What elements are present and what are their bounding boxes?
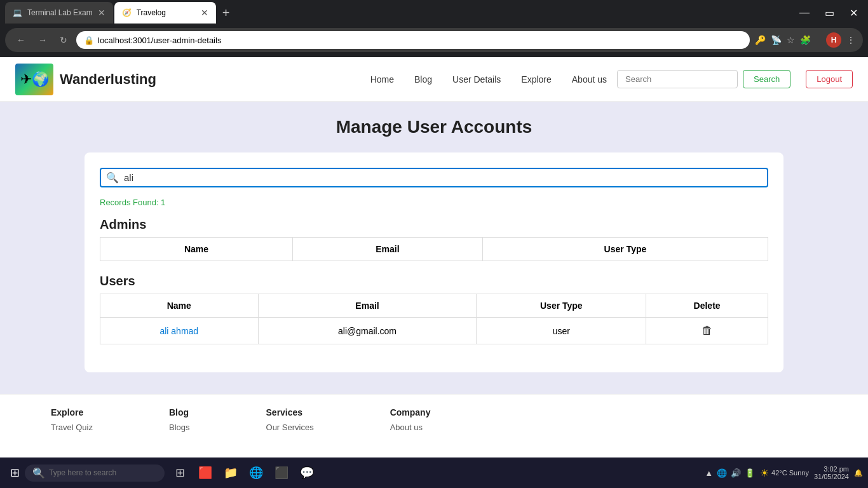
cast-icon: 📡 (771, 35, 782, 45)
footer-company-title: Company (390, 407, 431, 417)
password-icon: 🔑 (755, 35, 766, 45)
admins-col-name: Name (100, 238, 293, 261)
weather-info: ☀ 42°C Sunny (760, 467, 809, 479)
user-name-cell: ali ahmad (100, 318, 259, 344)
taskbar-search-icon: 🔍 (32, 467, 45, 479)
nav-links: Home Blog User Details Explore About us (370, 74, 607, 85)
chevron-up-icon[interactable]: ▲ (705, 468, 713, 478)
nav-home[interactable]: Home (370, 74, 394, 85)
logo-image: ✈🌍 (15, 64, 53, 95)
delete-user-button[interactable]: 🗑 (702, 324, 713, 337)
footer-blog-item-0: Blogs (169, 423, 190, 432)
admins-table: Name Email User Type (100, 237, 768, 261)
footer-services-title: Services (266, 407, 314, 417)
new-tab-button[interactable]: + (217, 3, 235, 23)
user-type-cell: user (477, 318, 646, 344)
close-button[interactable]: ✕ (844, 4, 863, 22)
table-row: ali ahmad ali@gmail.com user 🗑 (100, 318, 768, 344)
users-col-delete: Delete (646, 294, 768, 318)
system-tray-icons: ▲ 🌐 🔊 🔋 (705, 468, 755, 478)
app-navbar: ✈🌍 Wanderlusting Home Blog User Details … (0, 57, 868, 102)
network-icon: 🌐 (717, 468, 727, 478)
user-delete-cell: 🗑 (646, 318, 768, 344)
nav-search-input[interactable] (617, 70, 738, 88)
forward-button[interactable]: → (34, 34, 51, 46)
footer-services-item-0: Our Services (266, 423, 314, 432)
lock-icon: 🔒 (84, 36, 94, 45)
user-avatar[interactable]: H (826, 32, 841, 48)
footer-col-services: Services Our Services (266, 407, 314, 432)
logo-text: Wanderlusting (60, 71, 156, 88)
users-table: Name Email User Type Delete ali ahmad al… (100, 294, 768, 344)
tab-title-travelog: Travelog (137, 8, 166, 17)
taskbar-right: ▲ 🌐 🔊 🔋 ☀ 42°C Sunny 3:02 pm 31/05/2024 … (705, 465, 863, 480)
nav-about-us[interactable]: About us (572, 74, 607, 85)
nav-search-area: Search (617, 70, 790, 88)
tab-title: Terminal Lab Exam (27, 8, 93, 17)
logo-area: ✈🌍 Wanderlusting (15, 64, 156, 95)
maximize-button[interactable]: ▭ (820, 4, 839, 22)
time-text: 3:02 pm (814, 465, 849, 473)
logout-button[interactable]: Logout (806, 70, 853, 88)
users-col-email: Email (258, 294, 477, 318)
tab-travelog[interactable]: 🧭 Travelog ✕ (114, 2, 216, 24)
ms-store-icon[interactable]: 🟥 (195, 463, 215, 483)
footer-company-item-0: About us (390, 423, 431, 432)
page-title: Manage User Accounts (15, 117, 853, 137)
url-text: localhost:3001/user-admin-details (98, 36, 221, 45)
users-section-title: Users (100, 274, 768, 288)
inner-search-input[interactable] (124, 172, 762, 183)
star-icon[interactable]: ☆ (787, 35, 795, 45)
footer-col-company: Company About us (390, 407, 431, 432)
file-explorer-icon[interactable]: 📁 (220, 463, 241, 483)
sun-icon: ☀ (760, 467, 769, 479)
admins-col-usertype: User Type (482, 238, 768, 261)
footer-explore-item-0: Travel Quiz (51, 423, 93, 432)
time-display: 3:02 pm 31/05/2024 (814, 465, 849, 480)
content-card: 🔍 Records Found: 1 Admins Name Email Use… (85, 152, 783, 372)
minimize-button[interactable]: — (794, 4, 815, 21)
task-view-icon[interactable]: ⊞ (170, 463, 190, 483)
tab-terminal[interactable]: 💻 Terminal Lab Exam ✕ (5, 2, 113, 24)
whatsapp-icon[interactable]: 💬 (297, 463, 317, 483)
chrome-icon[interactable]: 🌐 (246, 463, 266, 483)
menu-icon[interactable]: ⋮ (846, 35, 855, 45)
battery-icon: 🔋 (745, 468, 755, 478)
tab-close-terminal[interactable]: ✕ (98, 8, 105, 18)
date-text: 31/05/2024 (814, 473, 849, 480)
footer-blog-title: Blog (169, 407, 190, 417)
inner-search-row: 🔍 (100, 168, 768, 187)
users-col-usertype: User Type (477, 294, 646, 318)
start-button[interactable]: ⊞ (5, 463, 25, 482)
footer: Explore Travel Quiz Blog Blogs Services … (0, 394, 868, 445)
admins-col-email: Email (292, 238, 482, 261)
records-found-text: Records Found: 1 (100, 198, 768, 207)
users-col-name: Name (100, 294, 259, 318)
nav-search-button[interactable]: Search (743, 70, 790, 88)
user-name-link[interactable]: ali ahmad (159, 326, 198, 336)
reload-button[interactable]: ↻ (56, 34, 71, 46)
admins-section-title: Admins (100, 217, 768, 232)
vscode-icon[interactable]: ⬛ (271, 463, 292, 483)
footer-col-explore: Explore Travel Quiz (51, 407, 93, 432)
taskbar: ⊞ 🔍 ⊞ 🟥 📁 🌐 ⬛ 💬 ▲ 🌐 🔊 🔋 ☀ 42°C Sunny 3:0… (0, 458, 868, 488)
volume-icon: 🔊 (731, 468, 741, 478)
main-content: Manage User Accounts 🔍 Records Found: 1 … (0, 102, 868, 394)
back-button[interactable]: ← (13, 34, 29, 46)
nav-user-details[interactable]: User Details (452, 74, 501, 85)
footer-col-blog: Blog Blogs (169, 407, 190, 432)
taskbar-search-input[interactable] (49, 468, 151, 477)
inner-search-icon: 🔍 (106, 172, 119, 184)
user-email-cell: ali@gmail.com (258, 318, 477, 344)
taskbar-search[interactable]: 🔍 (25, 464, 165, 482)
tab-close-travelog[interactable]: ✕ (201, 8, 208, 18)
weather-text: 42°C Sunny (771, 469, 809, 477)
nav-blog[interactable]: Blog (414, 74, 432, 85)
taskbar-app-icons: ⊞ 🟥 📁 🌐 ⬛ 💬 (170, 463, 317, 483)
nav-explore[interactable]: Explore (521, 74, 551, 85)
tab-favicon: 💻 (13, 8, 22, 17)
footer-explore-title: Explore (51, 407, 93, 417)
notification-icon[interactable]: 🔔 (854, 469, 863, 477)
tab-favicon-travelog: 🧭 (122, 8, 132, 17)
extensions-icon[interactable]: 🧩 (800, 35, 811, 45)
